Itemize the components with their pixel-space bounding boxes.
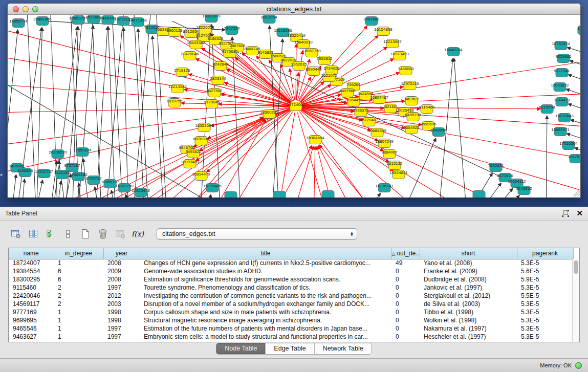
citation-edge[interactable] — [105, 15, 126, 198]
citation-edge-selected[interactable] — [8, 107, 290, 149]
citation-edge[interactable] — [212, 25, 221, 198]
citation-edge[interactable] — [111, 15, 123, 198]
citation-edge-selected[interactable] — [302, 107, 580, 128]
graph-node[interactable]: 1244413 — [554, 98, 570, 106]
graph-node[interactable]: 9175685 — [222, 49, 238, 58]
close-window-button[interactable] — [13, 6, 19, 12]
graph-node[interactable]: 1145193 — [54, 170, 70, 179]
citation-edge-selected[interactable] — [206, 110, 291, 172]
graph-node[interactable]: 9115460 — [419, 105, 435, 114]
graph-node[interactable]: 7857224 — [224, 26, 240, 35]
column-header-year[interactable]: year — [103, 248, 140, 259]
citation-edge[interactable] — [571, 120, 580, 135]
graph-node[interactable]: 20206570 — [49, 150, 67, 159]
graph-node[interactable]: 16033809 — [202, 15, 221, 23]
table-row[interactable]: 1872400712008Changes of HCN gene express… — [9, 259, 573, 267]
graph-node[interactable]: 8427552 — [206, 89, 223, 97]
citation-edge-selected[interactable] — [301, 109, 533, 198]
new-document-icon[interactable] — [78, 226, 93, 242]
graph-node[interactable]: 19384554 — [306, 136, 324, 144]
graph-node[interactable]: 8990448 — [306, 67, 322, 76]
select-columns-icon[interactable] — [43, 226, 58, 242]
citation-edge-selected[interactable] — [8, 108, 290, 180]
citation-edge-selected[interactable] — [318, 146, 358, 198]
graph-node[interactable]: 14055714 — [9, 19, 28, 28]
graph-node[interactable]: 9245852 — [516, 186, 532, 195]
citation-network-graph[interactable]: 1872400718300295193845541405571420891406… — [8, 15, 580, 198]
graph-node[interactable]: 5493822 — [185, 149, 202, 158]
window-titlebar[interactable]: citations_edges.txt — [8, 4, 580, 15]
close-panel-icon[interactable]: ✕ — [576, 210, 583, 217]
citation-edge[interactable] — [123, 28, 128, 198]
column-header-pagerank[interactable]: pagerank — [517, 248, 573, 259]
graph-node[interactable]: 2718126 — [174, 68, 190, 77]
graph-node[interactable]: 16093489 — [181, 160, 199, 168]
citation-edge[interactable] — [11, 174, 16, 198]
citation-edge[interactable] — [487, 188, 513, 198]
graph-node[interactable]: 9170046 — [204, 100, 220, 108]
window-resize-grip-icon[interactable] — [573, 189, 580, 196]
column-header-title[interactable]: title — [140, 248, 391, 259]
graph-node[interactable] — [225, 192, 237, 198]
citation-edge[interactable] — [91, 15, 102, 198]
function-builder-icon[interactable]: f(x) — [130, 226, 145, 242]
graph-node[interactable]: 9463627 — [403, 97, 420, 105]
column-header-in_degree[interactable]: in_degree — [54, 248, 103, 259]
graph-node[interactable]: 12213383 — [168, 84, 187, 93]
network-canvas[interactable]: 1872400718300295193845541405571420891406… — [8, 15, 580, 198]
citation-edge[interactable] — [361, 193, 381, 198]
graph-node[interactable]: 8813054 — [261, 15, 277, 24]
table-row[interactable]: 969969511998Structural magnetic resonanc… — [9, 316, 573, 324]
column-header-short[interactable]: short — [420, 248, 517, 259]
graph-node[interactable]: 1615132 — [386, 161, 403, 170]
graph-node[interactable]: 12975115 — [401, 81, 420, 90]
table-row[interactable]: 1938455462009Genome-wide association stu… — [9, 267, 573, 275]
table-row[interactable]: 1830029562008Estimation of significance … — [9, 275, 573, 283]
graph-node[interactable]: 16154808 — [374, 27, 393, 36]
delete-table-icon[interactable] — [95, 226, 111, 242]
graph-node[interactable]: 7955812 — [316, 56, 333, 65]
graph-node[interactable]: 12093872 — [551, 83, 569, 92]
citation-edge[interactable] — [153, 36, 164, 198]
graph-node[interactable]: 9242848 — [212, 62, 229, 71]
table-row[interactable]: 946554611997Estimation of the future num… — [9, 324, 573, 333]
table-row[interactable]: 2242004622012Investigating the contribut… — [9, 292, 573, 300]
graph-node[interactable]: 8215958 — [539, 105, 555, 114]
graph-node[interactable]: 12213967 — [383, 39, 402, 48]
graph-node[interactable]: 16648784 — [444, 48, 463, 56]
graph-node[interactable] — [322, 191, 334, 198]
table-row[interactable]: 1456911722003Disruption of a novel membe… — [9, 300, 573, 308]
float-panel-icon[interactable] — [562, 210, 569, 217]
citation-edge-selected[interactable] — [314, 146, 315, 198]
graph-node[interactable]: 17359924 — [73, 148, 92, 157]
graph-node[interactable]: 1167511 — [568, 155, 580, 163]
graph-node[interactable]: 2803144 — [210, 76, 226, 85]
graph-node[interactable]: 1640954 — [430, 128, 447, 137]
graph-node[interactable]: 17016504 — [559, 141, 578, 150]
table-scrollbar[interactable] — [572, 259, 579, 342]
memory-status-icon[interactable] — [575, 362, 582, 369]
zoom-window-button[interactable] — [32, 6, 38, 12]
citation-edge-selected[interactable] — [300, 82, 324, 103]
graph-node[interactable]: 9884067 — [381, 150, 398, 159]
citation-edge[interactable] — [568, 75, 580, 90]
citation-edge-selected[interactable] — [290, 69, 295, 100]
citation-edge[interactable] — [95, 27, 107, 198]
tab-edge-table[interactable]: Edge Table — [265, 343, 314, 354]
graph-node[interactable]: 7485063 — [398, 67, 414, 75]
graph-node[interactable]: 20891406 — [33, 17, 52, 26]
graph-node[interactable]: 19524851 — [389, 170, 408, 179]
citation-edge[interactable] — [126, 194, 131, 198]
column-header-name[interactable]: name — [9, 248, 54, 259]
citation-edge[interactable] — [108, 27, 116, 198]
splitter-handle-icon[interactable]: ▴ — [292, 201, 294, 205]
tab-network-table[interactable]: Network Table — [314, 343, 372, 354]
scrollbar-thumb[interactable] — [574, 260, 578, 274]
graph-node[interactable]: 16210643 — [555, 114, 574, 122]
graph-node[interactable]: 1810755 — [166, 99, 183, 107]
table-settings-icon[interactable] — [8, 226, 24, 242]
citation-edge[interactable] — [496, 195, 519, 198]
graph-node[interactable]: 7632621 — [488, 163, 504, 172]
graph-node[interactable]: 8878334 — [193, 137, 209, 145]
graph-node[interactable]: 1621072 — [321, 73, 337, 82]
